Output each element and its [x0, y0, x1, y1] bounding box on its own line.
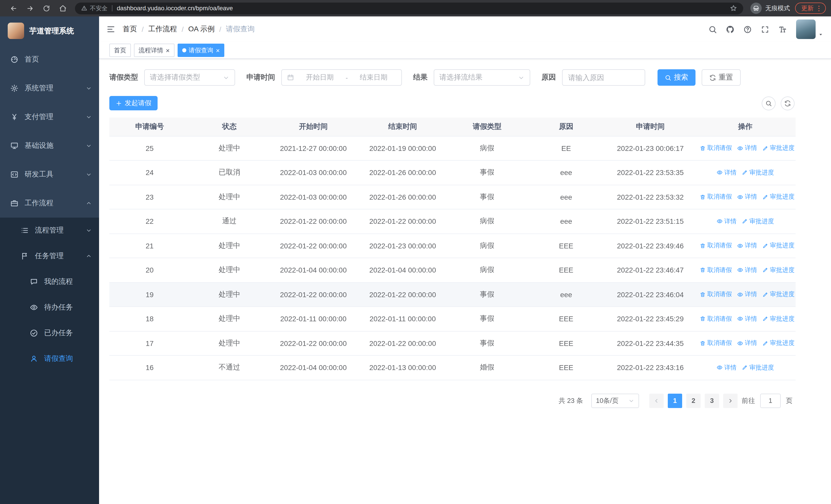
browser-home-button[interactable]	[55, 1, 70, 16]
cancel-action-link[interactable]: 取消请假	[699, 266, 732, 274]
sidebar-item-label: 首页	[25, 55, 39, 64]
refresh-icon	[709, 74, 716, 81]
sidebar-collapse-button[interactable]	[99, 17, 123, 42]
detail-action-link[interactable]: 详情	[737, 314, 757, 323]
create-leave-button[interactable]: 发起请假	[109, 96, 157, 110]
table-cell: 2022-01-22 23:44:35	[606, 331, 695, 355]
sidebar-item-infrastructure[interactable]: 基础设施	[0, 131, 99, 160]
breadcrumb-item[interactable]: OA 示例	[189, 25, 215, 34]
browser-reload-button[interactable]	[39, 1, 53, 16]
detail-action-link[interactable]: 详情	[717, 363, 737, 372]
url-bar[interactable]: 不安全 dashboard.yudao.iocoder.cn/bpm/oa/le…	[75, 2, 743, 14]
browser-forward-button[interactable]	[23, 1, 37, 16]
search-button[interactable]: 搜索	[658, 69, 695, 86]
cancel-action-link[interactable]: 取消请假	[699, 192, 732, 201]
select-placeholder: 请选择流结果	[439, 73, 483, 82]
toolbar-right	[762, 96, 795, 110]
detail-action-link[interactable]: 详情	[737, 339, 757, 348]
result-select[interactable]: 请选择流结果	[434, 69, 530, 86]
leave-type-label: 请假类型	[109, 73, 138, 82]
devtools-icon	[10, 170, 19, 179]
sidebar-item-home[interactable]: 首页	[0, 45, 99, 74]
detail-action-link[interactable]: 详情	[737, 192, 757, 201]
reason-input[interactable]	[562, 69, 645, 86]
github-link[interactable]	[721, 17, 739, 42]
page-size-value: 10条/页	[596, 396, 619, 405]
sidebar-item-process-management[interactable]: 流程管理	[0, 217, 99, 243]
progress-action-link[interactable]: 审批进度	[762, 266, 795, 274]
warning-icon	[81, 5, 87, 11]
fullscreen-button[interactable]	[756, 17, 774, 42]
sidebar-item-system-management[interactable]: 系统管理	[0, 74, 99, 102]
sidebar-item-todo-tasks[interactable]: 待办任务	[0, 295, 99, 320]
apply-time-range-picker[interactable]: 开始日期 - 结束日期	[281, 69, 402, 86]
breadcrumb-item[interactable]: 首页	[123, 25, 137, 34]
progress-action-link[interactable]: 审批进度	[742, 168, 774, 177]
edit-icon	[742, 218, 748, 224]
next-page-button[interactable]	[723, 393, 738, 408]
sidebar-item-dev-tools[interactable]: 研发工具	[0, 160, 99, 189]
table-cell: 2022-01-04 00:00:00	[269, 258, 358, 282]
cancel-action-link[interactable]: 取消请假	[699, 290, 732, 299]
tab-leave-query[interactable]: 请假查询×	[177, 43, 224, 57]
leave-type-select[interactable]: 请选择请假类型	[144, 69, 235, 86]
detail-action-link[interactable]: 详情	[717, 168, 737, 177]
detail-action-link[interactable]: 详情	[737, 144, 757, 152]
goto-page-input[interactable]	[760, 393, 781, 408]
tab-process-detail[interactable]: 流程详情×	[134, 43, 174, 57]
progress-action-link[interactable]: 审批进度	[762, 290, 795, 299]
close-icon[interactable]: ×	[216, 47, 220, 54]
font-size-icon	[778, 25, 786, 34]
progress-action-link[interactable]: 审批进度	[762, 192, 795, 201]
page-button-2[interactable]: 2	[686, 393, 700, 408]
arrow-left-icon	[9, 4, 17, 12]
progress-action-link[interactable]: 审批进度	[762, 339, 795, 348]
sidebar-item-leave-query[interactable]: 请假查询	[0, 346, 99, 372]
font-size-button[interactable]	[774, 17, 791, 42]
gear-icon	[10, 84, 19, 92]
sidebar-item-workflow[interactable]: 工作流程	[0, 189, 99, 217]
header-search-button[interactable]	[704, 17, 721, 42]
detail-action-link[interactable]: 详情	[717, 217, 737, 226]
page-size-select[interactable]: 10条/页	[591, 393, 639, 408]
cancel-action-link[interactable]: 取消请假	[699, 314, 732, 323]
cancel-action-link[interactable]: 取消请假	[699, 241, 732, 250]
actions-cell: 取消请假详情审批进度	[695, 331, 796, 355]
sidebar-item-my-process[interactable]: 我的流程	[0, 269, 99, 295]
bookmark-star-icon[interactable]	[730, 5, 737, 12]
sidebar-item-task-management[interactable]: 任务管理	[0, 243, 99, 269]
cancel-action-link[interactable]: 取消请假	[699, 144, 732, 152]
page-button-1[interactable]: 1	[668, 393, 682, 408]
security-label[interactable]: 不安全	[90, 4, 108, 12]
sidebar-menu: 首页系统管理支付管理基础设施研发工具工作流程流程管理任务管理我的流程待办任务已办…	[0, 45, 99, 372]
toggle-search-button[interactable]	[762, 96, 776, 110]
page-button-3[interactable]: 3	[705, 393, 719, 408]
detail-action-link[interactable]: 详情	[737, 266, 757, 274]
sidebar-item-label: 基础设施	[25, 141, 53, 150]
detail-action-link[interactable]: 详情	[737, 290, 757, 299]
eye-icon	[717, 169, 723, 176]
progress-action-link[interactable]: 审批进度	[742, 363, 774, 372]
cancel-action-link[interactable]: 取消请假	[699, 339, 732, 348]
eye-icon	[737, 194, 743, 200]
progress-action-link[interactable]: 审批进度	[762, 144, 795, 152]
tab-home[interactable]: 首页	[109, 43, 131, 57]
tab-label: 流程详情	[139, 46, 163, 55]
progress-action-link[interactable]: 审批进度	[762, 314, 795, 323]
help-button[interactable]	[739, 17, 756, 42]
app-logo[interactable]: 芋道管理系统	[0, 17, 99, 45]
prev-page-button[interactable]	[649, 393, 664, 408]
browser-back-button[interactable]	[6, 1, 21, 16]
breadcrumb-item[interactable]: 工作流程	[148, 25, 177, 34]
sidebar-item-done-tasks[interactable]: 已办任务	[0, 320, 99, 346]
detail-action-link[interactable]: 详情	[737, 241, 757, 250]
sidebar-item-payment-management[interactable]: 支付管理	[0, 102, 99, 131]
user-avatar-menu[interactable]	[796, 20, 824, 39]
reset-button[interactable]: 重置	[701, 69, 741, 86]
progress-action-link[interactable]: 审批进度	[742, 217, 774, 226]
close-icon[interactable]: ×	[166, 47, 170, 54]
refresh-table-button[interactable]	[781, 96, 795, 110]
browser-update-menu-button[interactable]: 更新	[795, 3, 826, 14]
progress-action-link[interactable]: 审批进度	[762, 241, 795, 250]
table-cell: 不通过	[190, 355, 269, 380]
